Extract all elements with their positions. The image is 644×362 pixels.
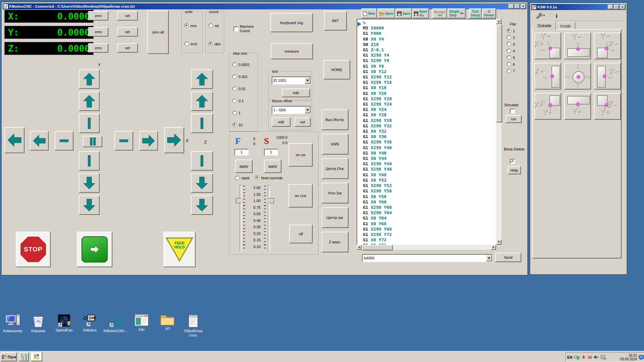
jog-pause-button[interactable] bbox=[83, 136, 102, 147]
jog-y-minus-fast-button[interactable] bbox=[79, 195, 100, 215]
temperature-indicator[interactable]: 36 bbox=[588, 355, 592, 359]
jog-z-minus-fast-button[interactable] bbox=[191, 195, 213, 215]
gcode-editor[interactable]: %M3 S8000G1 F800G0 X0 Y4G0 Z10G1 Z-0.1G1… bbox=[357, 19, 497, 245]
jog-z-minus-button[interactable] bbox=[191, 173, 213, 193]
network-status-icon[interactable] bbox=[600, 355, 606, 360]
jog-y-plus-fast-button[interactable] bbox=[79, 69, 100, 89]
cycle-start-button[interactable] bbox=[77, 232, 112, 267]
spindle-off-button[interactable]: off bbox=[289, 225, 313, 243]
keyboard-jog-button[interactable]: Keyboard Jog bbox=[270, 13, 313, 32]
send-button[interactable]: Send bbox=[495, 253, 521, 262]
jog-z-plus-button[interactable] bbox=[191, 92, 213, 111]
rapid-radio[interactable]: rapid bbox=[235, 176, 249, 180]
probe-bl-button[interactable]: X+Y+⇨⇧ bbox=[534, 93, 561, 120]
set-z-button[interactable]: set bbox=[117, 43, 138, 53]
feed-input[interactable]: 1 bbox=[234, 149, 249, 156]
start-button[interactable]: Пуск bbox=[1, 352, 17, 361]
scroll-down-button[interactable]: ▼ bbox=[496, 239, 501, 245]
stop-button[interactable]: STOP bbox=[16, 232, 51, 267]
macro-button-5[interactable]: Центр.заг. bbox=[322, 207, 348, 228]
block-delete-checkbox[interactable] bbox=[510, 159, 515, 164]
step-size-option-0.01[interactable]: 0.01 bbox=[232, 86, 250, 91]
jog-x-minus-fast-button[interactable] bbox=[4, 127, 24, 153]
single-step-button[interactable]: Single Step bbox=[447, 8, 466, 18]
minimize-button[interactable]: _ bbox=[608, 5, 613, 9]
gcode-hscrollbar[interactable]: ◄ ► bbox=[357, 245, 496, 250]
init-button[interactable]: INIT bbox=[324, 11, 347, 31]
jog-y-minus-step-button[interactable] bbox=[79, 151, 100, 171]
macro-button-4[interactable]: Угол.Заг. bbox=[322, 183, 348, 203]
probe-top-button[interactable]: Y−⇩ bbox=[564, 33, 591, 59]
scroll-right-button[interactable]: ► bbox=[491, 245, 496, 250]
probe-tr-button[interactable]: Y−X−⇩⇦ bbox=[594, 33, 621, 59]
run-button[interactable]: run bbox=[505, 115, 522, 123]
probe-right-button[interactable]: X−⇦ bbox=[594, 63, 621, 89]
coord-abs-radio[interactable]: abs bbox=[209, 42, 221, 46]
feed-hold-button[interactable]: FEED HOLD bbox=[163, 232, 196, 267]
save-button[interactable]: Save bbox=[395, 8, 412, 18]
g-viewer-button[interactable]: G Viewer bbox=[482, 8, 496, 18]
file-option-2[interactable]: 2 bbox=[507, 35, 515, 40]
macro-button-3[interactable]: Центр.Отв. bbox=[322, 158, 348, 179]
probe-br-button[interactable]: X−Y+⇦⇧ bbox=[594, 93, 621, 120]
jog-y-plus-button[interactable] bbox=[79, 92, 100, 111]
probe-left-button[interactable]: X+⇨ bbox=[534, 63, 561, 89]
jog-z-plus-fast-button[interactable] bbox=[191, 69, 213, 89]
language-indicator[interactable]: EN bbox=[567, 355, 572, 359]
feed-override-slider[interactable] bbox=[240, 185, 242, 251]
file-option-6[interactable]: 6 bbox=[507, 62, 515, 66]
step-size-option-0.001[interactable]: 0.001 bbox=[232, 74, 250, 79]
feed-apply-button[interactable]: apply bbox=[235, 160, 253, 173]
set-x-button[interactable]: set bbox=[117, 11, 138, 20]
file-option-7[interactable]: 7 bbox=[507, 69, 515, 73]
desktop-icon-info[interactable]: Info bbox=[129, 314, 154, 332]
desktop-icon-recycle-bin[interactable]: Корзина bbox=[25, 314, 51, 333]
step-size-option-0.0001[interactable]: 0.0001 bbox=[232, 62, 250, 67]
fixture-offset-combobox[interactable]: 1 - G54 bbox=[272, 106, 311, 114]
desktop-icon-document[interactable]: Обработка стол. bbox=[180, 314, 206, 338]
probe-tl-button[interactable]: Y−X+⇩⇨ bbox=[534, 33, 561, 59]
probe-bottom-button[interactable]: Y+⇧ bbox=[564, 93, 591, 120]
spindle-slider-thumb[interactable] bbox=[266, 198, 274, 203]
feed-override-radio[interactable]: feed override bbox=[255, 176, 283, 180]
save-as-button[interactable]: Save As bbox=[412, 8, 429, 18]
home-button[interactable]: HOME bbox=[323, 60, 350, 79]
jog-x-plus-fast-button[interactable] bbox=[164, 127, 184, 153]
feed-slider-thumb[interactable] bbox=[236, 198, 244, 203]
taskbar-ksm-button[interactable] bbox=[31, 352, 42, 361]
zero-z-button[interactable]: zero bbox=[88, 43, 108, 53]
simulate-checkbox[interactable] bbox=[510, 109, 515, 114]
macro-button-6[interactable]: Z макс. bbox=[322, 232, 348, 252]
ksm-titlebar[interactable]: KSM 0.0.1a _ □ × bbox=[531, 4, 626, 10]
jog-y-plus-step-button[interactable] bbox=[79, 114, 100, 133]
spindle-input[interactable]: 1 bbox=[264, 149, 278, 156]
probe-center-button[interactable]: ⇩⇨⇦⇧ bbox=[564, 63, 591, 89]
spindle-on-cw-button[interactable]: on cw bbox=[288, 143, 313, 167]
maximize-button[interactable]: □ bbox=[614, 5, 619, 9]
file-option-5[interactable]: 5 bbox=[507, 55, 515, 60]
file-option-3[interactable]: 3 bbox=[507, 42, 515, 46]
zero-all-button[interactable]: zero all bbox=[147, 10, 169, 54]
tool-edit-button[interactable]: edit bbox=[282, 88, 310, 97]
chevron-down-icon[interactable] bbox=[486, 255, 492, 261]
hscroll-thumb[interactable] bbox=[362, 245, 393, 250]
scroll-left-button[interactable]: ◄ bbox=[357, 245, 362, 250]
restart-button[interactable]: Restart◀◀ bbox=[432, 8, 447, 18]
jog-z-minus-step-button[interactable] bbox=[191, 151, 213, 171]
measure-button[interactable]: measure bbox=[271, 43, 313, 59]
jog-x-minus-button[interactable] bbox=[30, 131, 49, 150]
tab-outside[interactable]: Outside bbox=[533, 21, 556, 30]
taskbar-kmotioncnc-button[interactable]: C N C bbox=[19, 352, 29, 361]
desktop-icon-speedfan[interactable]: SpeedFan bbox=[51, 314, 77, 333]
tool-combobox[interactable]: ID 1001 bbox=[272, 76, 311, 84]
coord-rel-radio[interactable]: rel bbox=[209, 23, 219, 28]
update-arrow-icon[interactable] bbox=[581, 355, 586, 360]
units-inch-radio[interactable]: inch bbox=[184, 42, 197, 46]
jog-x-plus-button[interactable] bbox=[139, 131, 158, 150]
info-button[interactable]: i bbox=[554, 13, 559, 19]
desktop-icon-kmotioncnc[interactable]: C N C KMotionCNC... bbox=[103, 314, 128, 333]
step-size-option-10[interactable]: 10 bbox=[232, 123, 250, 127]
tool-setup-button[interactable]: Tool Setup bbox=[469, 8, 482, 18]
file-option-1[interactable]: 1 bbox=[507, 28, 515, 33]
set-y-button[interactable]: set bbox=[117, 27, 138, 37]
